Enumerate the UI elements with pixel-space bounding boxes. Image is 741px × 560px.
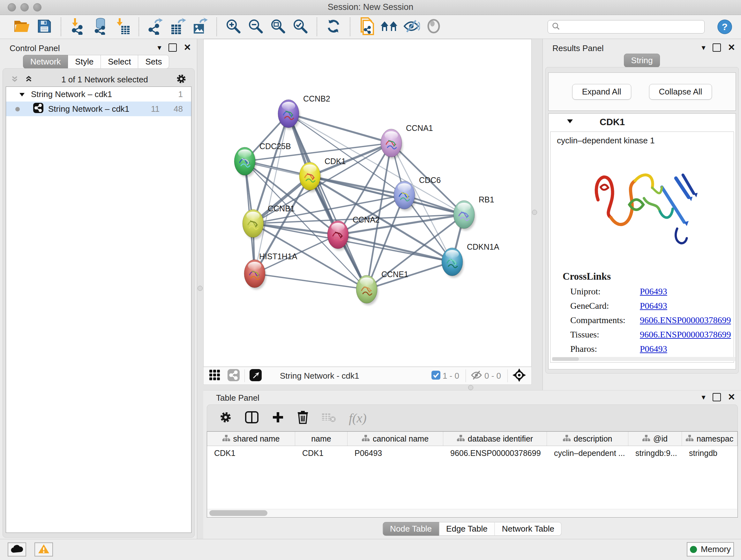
add-column-icon[interactable] <box>272 411 284 425</box>
table-cell[interactable]: 9606.ENSP00000378699 <box>443 446 547 460</box>
tab-edge-table[interactable]: Edge Table <box>439 522 495 536</box>
expand-all-networks-icon[interactable] <box>24 74 33 85</box>
first-neighbors-button[interactable] <box>381 18 398 36</box>
table-settings-gear-icon[interactable] <box>219 411 232 425</box>
show-all-button[interactable] <box>425 18 442 36</box>
crosshair-icon[interactable] <box>512 368 526 383</box>
zoom-fit-button[interactable] <box>269 18 286 36</box>
node-HIST1H1A[interactable] <box>244 260 266 290</box>
column-header--id[interactable]: @id <box>628 432 682 446</box>
tab-select[interactable]: Select <box>101 55 138 69</box>
table-cell[interactable]: stringdb <box>682 446 738 460</box>
gene-collapse-icon[interactable] <box>566 118 574 125</box>
edge-CCNB2-CCNE1[interactable] <box>288 114 367 289</box>
save-session-button[interactable] <box>36 18 53 36</box>
float-panel-icon[interactable] <box>713 393 721 401</box>
collapse-all-networks-icon[interactable] <box>10 74 19 85</box>
left-splitter-handle[interactable] <box>198 286 203 291</box>
close-panel-icon[interactable]: ✕ <box>184 42 191 53</box>
warnings-button[interactable] <box>35 543 53 557</box>
column-header-database-identifier[interactable]: database identifier <box>443 432 547 446</box>
crosslink-value-link[interactable]: P06493 <box>640 301 667 311</box>
bottom-splitter-handle[interactable] <box>468 385 473 390</box>
tab-network-table[interactable]: Network Table <box>495 522 562 536</box>
right-splitter-handle[interactable] <box>532 210 537 215</box>
export-table-button[interactable] <box>169 18 186 36</box>
help-button[interactable]: ? <box>718 19 732 34</box>
collapse-all-button[interactable]: Collapse All <box>649 84 712 100</box>
node-CDC6[interactable] <box>394 181 416 211</box>
table-cell[interactable]: P06493 <box>347 446 443 460</box>
panel-menu-icon[interactable]: ▾ <box>701 393 705 401</box>
table-cell[interactable]: CDK1 <box>207 446 295 460</box>
import-table-file-button[interactable] <box>114 18 131 36</box>
close-panel-icon[interactable]: ✕ <box>728 392 735 402</box>
import-network-file-button[interactable] <box>69 18 86 36</box>
grid-view-icon[interactable] <box>209 369 221 382</box>
network-row[interactable]: String Network – cdk1 11 48 <box>6 102 191 116</box>
panel-menu-icon[interactable]: ▾ <box>157 43 161 52</box>
column-header-name[interactable]: name <box>295 432 347 446</box>
show-columns-icon[interactable] <box>245 411 259 425</box>
network-collection-row[interactable]: String Network – cdk1 1 <box>6 87 191 102</box>
tab-node-table[interactable]: Node Table <box>383 522 439 536</box>
edge-HIST1H1A-CCNE1[interactable] <box>255 273 367 289</box>
tab-sets[interactable]: Sets <box>138 55 169 69</box>
tab-network[interactable]: Network <box>23 55 68 69</box>
export-image-button[interactable] <box>192 18 209 36</box>
edge-CCNB2-HIST1H1A[interactable] <box>255 114 288 273</box>
crosslink-value-link[interactable]: P06493 <box>640 287 667 297</box>
network-share-icon[interactable] <box>227 369 240 383</box>
close-panel-icon[interactable]: ✕ <box>728 42 735 53</box>
cloud-button[interactable] <box>8 543 26 557</box>
table-cell[interactable]: stringdb:9... <box>628 446 682 460</box>
float-panel-icon[interactable] <box>169 44 177 52</box>
network-canvas[interactable]: CCNB2CCNA1CDC25BCDK1CDC6RB1CCNB1CCNA2CDK… <box>203 39 532 367</box>
results-horizontal-scrollbar[interactable] <box>552 357 735 361</box>
selected-checkbox-icon[interactable] <box>431 370 441 381</box>
node-CCNE1[interactable] <box>356 275 378 305</box>
table-cell[interactable]: CDK1 <box>295 446 347 460</box>
network-svg: CCNB2CCNA1CDC25BCDK1CDC6RB1CCNB1CCNA2CDK… <box>204 39 531 367</box>
column-header-canonical-name[interactable]: canonical name <box>347 432 443 446</box>
clone-network-button[interactable] <box>358 18 375 36</box>
zoom-out-button[interactable] <box>247 18 264 36</box>
column-header-description[interactable]: description <box>547 432 628 446</box>
collection-expand-icon[interactable] <box>19 89 25 99</box>
hide-selected-button[interactable] <box>403 18 420 36</box>
edge-CDKN1A-CCNE1[interactable] <box>367 262 452 289</box>
memory-button[interactable]: Memory <box>687 542 734 557</box>
crosslink-value-link[interactable]: 9606.ENSP00000378699 <box>640 315 731 325</box>
tab-style[interactable]: Style <box>68 55 101 69</box>
node-RB1[interactable] <box>454 200 475 231</box>
network-options-gear-icon[interactable] <box>176 73 187 85</box>
hidden-eye-icon[interactable] <box>470 370 482 381</box>
table-cell[interactable]: cyclin–dependent ... <box>547 446 628 460</box>
zoom-selected-button[interactable] <box>292 18 309 36</box>
crosslink-value-link[interactable]: P06493 <box>640 344 667 354</box>
node-CDKN1A[interactable] <box>442 248 464 278</box>
zoom-in-button[interactable] <box>225 18 242 36</box>
delete-table-icon[interactable] <box>321 412 336 424</box>
panel-menu-icon[interactable]: ▾ <box>701 43 705 52</box>
open-session-button[interactable] <box>13 18 30 36</box>
apply-layout-button[interactable] <box>325 18 342 36</box>
node-CCNA2[interactable] <box>327 221 349 251</box>
crosslink-value-link[interactable]: 9606.ENSP00000378699 <box>640 329 731 340</box>
birdseye-toggle-icon[interactable] <box>249 369 262 383</box>
node-CCNB1[interactable] <box>243 209 265 240</box>
tab-string[interactable]: String <box>624 54 660 67</box>
import-network-database-button[interactable] <box>91 18 109 36</box>
delete-column-icon[interactable] <box>297 411 309 425</box>
search-input[interactable] <box>562 22 698 32</box>
function-builder-icon[interactable]: f(x) <box>349 411 367 426</box>
node-CCNB2[interactable] <box>278 100 300 130</box>
float-panel-icon[interactable] <box>713 44 721 52</box>
table-row[interactable]: CDK1CDK1P064939606.ENSP00000378699cyclin… <box>207 446 738 460</box>
expand-all-button[interactable]: Expand All <box>572 84 631 100</box>
export-network-button[interactable] <box>147 18 164 36</box>
column-header-shared-name[interactable]: shared name <box>207 432 295 446</box>
column-header-namespac[interactable]: namespac <box>682 432 738 446</box>
table-horizontal-scrollbar[interactable] <box>207 509 737 517</box>
edge-CCNB2-CCNA1[interactable] <box>288 114 391 143</box>
